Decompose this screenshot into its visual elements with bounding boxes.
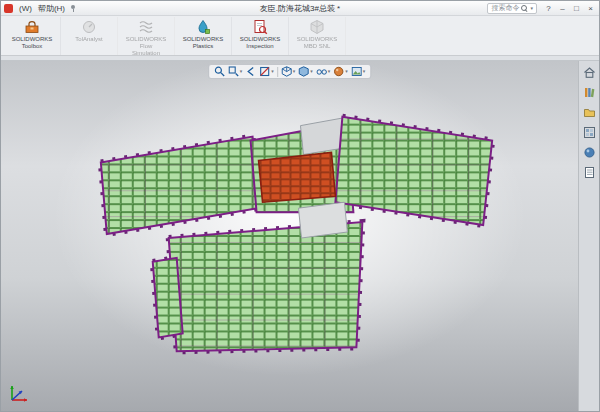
- title-bar: (W) 帮助(H) 友臣.防海花城3#总装 * 搜索命令 ▾ ? – □ ×: [1, 1, 599, 16]
- zoom-fit-icon: [214, 66, 225, 77]
- titlebar-right: 搜索命令 ▾ ? – □ ×: [487, 2, 597, 14]
- custom-properties-button[interactable]: [582, 165, 597, 180]
- previous-view-icon: [245, 66, 256, 77]
- addin-toolbox-button[interactable]: SOLIDWORKS Toolbox: [4, 17, 61, 55]
- inspection-icon: [252, 19, 268, 35]
- appearances-scenes-button[interactable]: [582, 145, 597, 160]
- flow-simulation-icon: [138, 19, 154, 35]
- palette-icon: [583, 126, 596, 139]
- previous-view-button[interactable]: [245, 66, 256, 77]
- folder-icon: [583, 106, 596, 119]
- addin-label: TolAnalyst: [75, 36, 102, 43]
- app-icon: [4, 4, 13, 13]
- chevron-down-icon: ▾: [345, 69, 348, 74]
- addin-mbd-button[interactable]: SOLIDWORKS MBD SNL: [289, 17, 346, 55]
- chevron-down-icon: ▾: [363, 69, 366, 74]
- headsup-view-toolbar: ▾ ▾ ▾ ▾: [208, 64, 372, 79]
- addin-flow-simulation-button[interactable]: SOLIDWORKS Flow Simulation: [118, 17, 175, 55]
- assembly-model[interactable]: [1, 61, 578, 411]
- sphere-icon: [583, 146, 596, 159]
- addin-label: SOLIDWORKS Flow Simulation: [126, 36, 167, 57]
- reference-triad[interactable]: [7, 378, 34, 405]
- chevron-down-icon: ▾: [310, 69, 313, 74]
- tolanalyst-icon: [81, 19, 97, 35]
- appearance-sphere-icon: [333, 66, 344, 77]
- graphics-area[interactable]: ▾ ▾ ▾ ▾: [1, 61, 578, 411]
- view-palette-button[interactable]: [582, 125, 597, 140]
- addin-tolanalyst-button[interactable]: TolAnalyst: [61, 17, 118, 55]
- addin-label: SOLIDWORKS Plastics: [183, 36, 224, 50]
- solidworks-window: (W) 帮助(H) 友臣.防海花城3#总装 * 搜索命令 ▾ ? – □ × S…: [0, 0, 600, 412]
- main-area: ▾ ▾ ▾ ▾: [1, 61, 599, 411]
- pin-icon[interactable]: [70, 5, 77, 12]
- section-view-button[interactable]: ▾: [259, 66, 274, 77]
- ribbon-addins: SOLIDWORKS Toolbox TolAnalyst SOLIDWORKS…: [1, 16, 599, 56]
- section-view-icon: [259, 66, 270, 77]
- window-title: 友臣.防海花城3#总装 *: [260, 3, 340, 14]
- plastics-icon: [195, 19, 211, 35]
- zoom-area-button[interactable]: ▾: [228, 66, 243, 77]
- zoom-area-icon: [228, 66, 239, 77]
- display-style-button[interactable]: ▾: [298, 66, 313, 77]
- task-pane: [578, 61, 599, 411]
- file-explorer-button[interactable]: [582, 105, 597, 120]
- addin-label: SOLIDWORKS Toolbox: [12, 36, 53, 50]
- mbd-icon: [309, 19, 325, 35]
- menu-help[interactable]: 帮助(H): [35, 3, 68, 14]
- chevron-down-icon[interactable]: ▾: [530, 6, 533, 11]
- view-orientation-icon: [281, 66, 292, 77]
- restore-button[interactable]: □: [570, 2, 583, 14]
- chevron-down-icon: ▾: [328, 69, 331, 74]
- solidworks-resources-button[interactable]: [582, 65, 597, 80]
- minimize-button[interactable]: –: [556, 2, 569, 14]
- chevron-down-icon: ▾: [293, 69, 296, 74]
- help-button[interactable]: ?: [542, 2, 555, 14]
- chevron-down-icon: ▾: [240, 69, 243, 74]
- menu-window-truncated[interactable]: (W): [16, 4, 35, 13]
- books-icon: [583, 86, 596, 99]
- search-icon: [521, 5, 528, 12]
- zoom-fit-button[interactable]: [214, 66, 225, 77]
- addin-inspection-button[interactable]: SOLIDWORKS Inspection: [232, 17, 289, 55]
- addin-label: SOLIDWORKS Inspection: [240, 36, 281, 50]
- command-search[interactable]: 搜索命令 ▾: [487, 3, 537, 14]
- apply-scene-button[interactable]: ▾: [351, 66, 366, 77]
- properties-sheet-icon: [583, 166, 596, 179]
- edit-appearance-button[interactable]: ▾: [333, 66, 348, 77]
- toolbox-icon: [24, 19, 40, 35]
- addin-label: SOLIDWORKS MBD SNL: [297, 36, 338, 50]
- addin-plastics-button[interactable]: SOLIDWORKS Plastics: [175, 17, 232, 55]
- scene-icon: [351, 66, 362, 77]
- toolbar-separator: [277, 67, 278, 77]
- glasses-icon: [316, 66, 327, 77]
- view-orientation-button[interactable]: ▾: [281, 66, 296, 77]
- search-placeholder: 搜索命令: [491, 3, 519, 13]
- home-icon: [583, 66, 596, 79]
- display-style-icon: [298, 66, 309, 77]
- hide-show-items-button[interactable]: ▾: [316, 66, 331, 77]
- design-library-button[interactable]: [582, 85, 597, 100]
- close-button[interactable]: ×: [584, 2, 597, 14]
- chevron-down-icon: ▾: [271, 69, 274, 74]
